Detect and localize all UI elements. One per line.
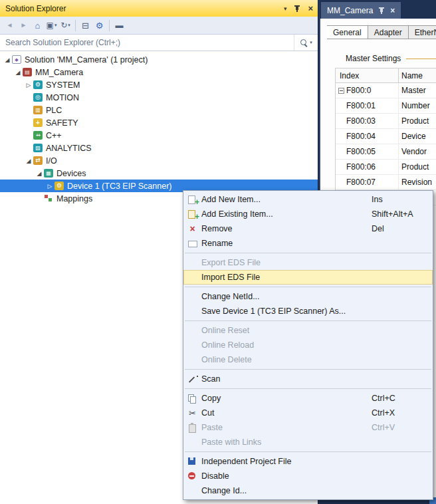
- tab-ethernet[interactable]: EtherNet: [408, 25, 436, 39]
- menu-item-independent-project-file[interactable]: Independent Project File: [183, 454, 433, 469]
- table-row[interactable]: F800:01Number: [336, 98, 436, 114]
- menu-item-label: Export EDS File: [201, 258, 372, 267]
- menu-shortcut: Shift+Alt+A: [372, 209, 426, 219]
- dialog-tabs: GeneralAdapterEtherNet: [327, 25, 436, 39]
- motion-icon: ◎: [33, 93, 43, 102]
- menu-item-scan[interactable]: Scan: [183, 372, 433, 386]
- menu-icon-spacer: [183, 339, 201, 351]
- search-options-button[interactable]: ▾: [294, 35, 318, 51]
- remove-icon: ×: [183, 223, 201, 235]
- nav-back-icon: ◄: [7, 22, 13, 29]
- menu-item-online-reload: Online Reload: [183, 338, 433, 352]
- tree-item-c[interactable]: ++C++: [0, 129, 318, 142]
- table-row[interactable]: F800:0Master: [336, 83, 436, 98]
- document-tab-mm-camera[interactable]: MM_Camera ×: [321, 2, 401, 19]
- menu-item-remove[interactable]: ×RemoveDel: [183, 221, 433, 236]
- index-value: F800:07: [346, 178, 376, 187]
- table-row[interactable]: F800:03Product: [336, 114, 436, 129]
- tree-item-label: Devices: [56, 169, 86, 178]
- expander-expanded-icon[interactable]: ◢: [3, 57, 12, 63]
- tree-item-label: PLC: [46, 106, 62, 115]
- cell-name: Revision: [399, 175, 436, 189]
- menu-item-save-device-1-tc3-eip-scanner-as[interactable]: Save Device 1 (TC3 EIP Scanner) As...: [183, 304, 433, 318]
- tree-item-plc[interactable]: ▥PLC: [0, 104, 318, 116]
- collapse-all-button[interactable]: ⊟: [78, 18, 92, 33]
- context-menu: Add New Item...InsAdd Existing Item...Sh…: [183, 190, 433, 500]
- menu-item-copy[interactable]: CopyCtrl+C: [183, 391, 433, 406]
- menu-item-change-netid[interactable]: Change NetId...: [183, 289, 433, 304]
- menu-item-label: Online Delete: [201, 355, 372, 364]
- menu-item-label: Add New Item...: [201, 195, 372, 204]
- table-row[interactable]: F800:07Revision: [336, 175, 436, 190]
- tab-general[interactable]: General: [327, 25, 368, 39]
- index-value: F800:06: [346, 162, 376, 172]
- expander-collapsed-icon[interactable]: ▷: [24, 82, 33, 88]
- menu-shortcut: Del: [372, 224, 426, 233]
- menu-item-paste: PasteCtrl+V: [183, 420, 433, 435]
- window-position-icon[interactable]: ▾: [284, 5, 287, 12]
- menu-separator: [185, 287, 431, 287]
- tab-pin-icon[interactable]: [378, 7, 385, 15]
- row-expander-icon[interactable]: [338, 88, 344, 94]
- home-button[interactable]: ⌂: [31, 18, 45, 33]
- pin-icon[interactable]: [294, 5, 300, 13]
- table-row[interactable]: F800:04Device: [336, 129, 436, 144]
- expander-expanded-icon[interactable]: ◢: [35, 170, 44, 177]
- expander-expanded-icon[interactable]: ◢: [13, 69, 23, 76]
- devices-icon: ▦: [44, 169, 53, 178]
- menu-item-import-eds-file[interactable]: Import EDS File: [183, 270, 433, 285]
- tree-item-motion[interactable]: ◎MOTION: [0, 91, 318, 104]
- cell-name: Vendor: [399, 144, 436, 159]
- expander-expanded-icon[interactable]: ◢: [24, 158, 33, 164]
- switch-views-button[interactable]: ▣▾: [45, 18, 58, 33]
- menu-item-change-id[interactable]: Change Id...: [183, 483, 433, 498]
- nav-back-button[interactable]: ◄: [3, 18, 17, 33]
- copy-icon: [183, 392, 201, 404]
- menu-item-label: Save Device 1 (TC3 EIP Scanner) As...: [201, 307, 372, 316]
- sync-button[interactable]: ↻▾: [58, 18, 72, 33]
- nav-forward-button[interactable]: ►: [17, 18, 31, 33]
- menu-item-label: Scan: [201, 374, 372, 384]
- menu-separator: [185, 388, 431, 389]
- table-row[interactable]: F800:05Vendor: [336, 144, 436, 160]
- menu-item-rename[interactable]: Rename: [183, 236, 433, 251]
- index-value: F800:03: [346, 116, 376, 126]
- properties-button[interactable]: ⚙: [92, 18, 106, 33]
- tree-item-devices[interactable]: ◢▦Devices: [0, 167, 318, 180]
- tree-item-system[interactable]: ▷⚙SYSTEM: [0, 78, 318, 91]
- table-row[interactable]: F800:06Product: [336, 160, 436, 175]
- menu-item-disable[interactable]: Disable: [183, 469, 433, 483]
- preview-button[interactable]: ▬: [112, 18, 126, 33]
- tree-item-label: Solution 'MM_Camera' (1 project): [25, 55, 148, 64]
- search-input[interactable]: [0, 35, 294, 51]
- cell-index: F800:04: [336, 129, 399, 144]
- menu-item-add-new-item[interactable]: Add New Item...Ins: [183, 192, 433, 207]
- solution-icon: ◆: [12, 55, 21, 64]
- tree-item-analytics[interactable]: ▨ANALYTICS: [0, 142, 318, 154]
- tree-item-mm-camera[interactable]: ◢▤MM_Camera: [0, 66, 318, 78]
- menu-item-label: Remove: [201, 224, 372, 233]
- menu-item-label: Add Existing Item...: [201, 209, 372, 219]
- tab-close-icon[interactable]: ×: [390, 6, 395, 15]
- scan-icon: [183, 373, 201, 385]
- tab-adapter[interactable]: Adapter: [368, 25, 409, 39]
- menu-icon-spacer: [183, 305, 201, 317]
- menu-icon-spacer: [183, 257, 201, 269]
- close-icon[interactable]: ×: [308, 3, 313, 13]
- tree-item-solution-mm-camera-1-project[interactable]: ◢◆Solution 'MM_Camera' (1 project): [0, 53, 318, 66]
- menu-item-add-existing-item[interactable]: Add Existing Item...Shift+Alt+A: [183, 207, 433, 221]
- add-existing-item-icon: [183, 208, 201, 220]
- panel-title: Solution Explorer: [5, 4, 284, 13]
- tree-item-i-o[interactable]: ◢⇄I/O: [0, 154, 318, 167]
- project-icon: ▤: [23, 68, 32, 76]
- document-tab-label: MM_Camera: [327, 6, 373, 15]
- menu-item-label: Change NetId...: [201, 292, 372, 301]
- menu-icon-spacer: [183, 485, 201, 497]
- column-header-index: Index: [336, 68, 399, 82]
- menu-icon-spacer: [183, 271, 201, 283]
- menu-item-label: Copy: [201, 394, 372, 403]
- menu-icon-spacer: [183, 436, 201, 448]
- menu-item-cut[interactable]: ✂CutCtrl+X: [183, 406, 433, 420]
- tree-item-safety[interactable]: +SAFETY: [0, 116, 318, 129]
- expander-collapsed-icon[interactable]: ▷: [45, 183, 54, 189]
